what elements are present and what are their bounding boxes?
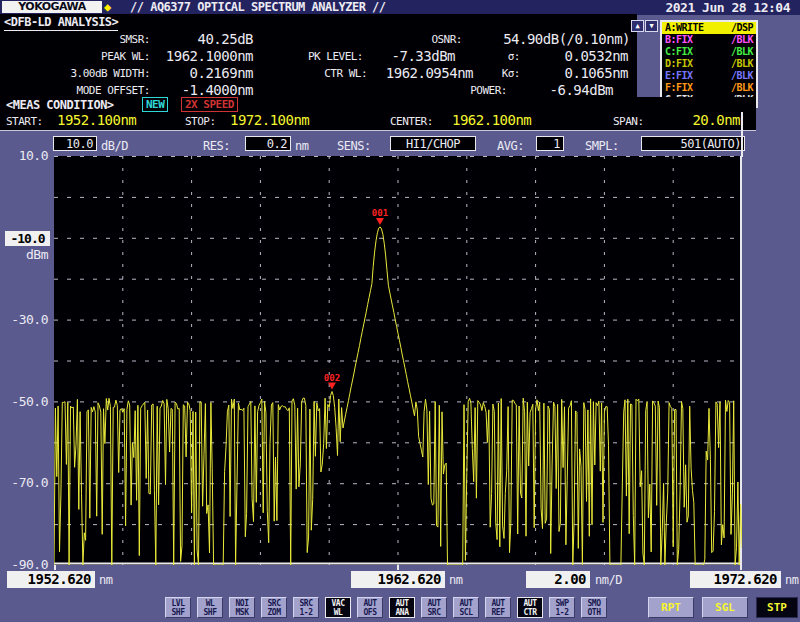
- spectrum-plot[interactable]: 001002: [54, 156, 742, 565]
- width-3db-label: 3.00dB WIDTH:: [0, 66, 150, 81]
- brand-logo: YOKOGAWA: [2, 1, 102, 13]
- svg-text:002: 002: [324, 373, 340, 383]
- softkey-smo-oth[interactable]: SMOOTH: [581, 597, 607, 618]
- softkey-aut-ref[interactable]: AUTREF: [485, 597, 511, 618]
- trace-label: D:FIX: [665, 58, 693, 70]
- mode-offset-label: MODE OFFSET:: [0, 83, 150, 98]
- title-bar: YOKOGAWA ◆ // AQ6377 OPTICAL SPECTRUM AN…: [0, 0, 800, 15]
- sens-field[interactable]: HI1/CHOP: [390, 136, 476, 151]
- trace-label: C:FIX: [665, 46, 693, 58]
- softkey-aut-ctr[interactable]: AUTCTR: [517, 597, 543, 618]
- analysis-mode-title: <DFB-LD ANALYSIS>: [4, 15, 118, 31]
- clock: 2021 Jun 28 12:04: [665, 1, 790, 15]
- y-axis-label: -70.0: [4, 476, 48, 489]
- smpl-label: SMPL:: [585, 139, 619, 153]
- ctr-wl-value: 1962.0954nm: [369, 66, 473, 81]
- x-right-unit: nm: [785, 573, 798, 587]
- level-scale-unit: dB/D: [101, 139, 128, 153]
- y-axis-top-label: 10.0: [4, 149, 48, 162]
- pk-level-label: PK LEVEL:: [273, 49, 363, 64]
- peak-wl-value: 1962.1000nm: [150, 49, 253, 64]
- x-tick-center: [397, 565, 399, 570]
- power-value: -6.94dBm: [513, 83, 613, 98]
- smsr-value: 40.25dB: [150, 32, 253, 47]
- x-left-unit: nm: [99, 573, 112, 587]
- avg-label: AVG:: [497, 139, 524, 153]
- trace-row-e[interactable]: E:FIX/BLK: [662, 70, 756, 82]
- res-field[interactable]: 0.2: [245, 136, 291, 151]
- center-value[interactable]: 1962.100nm: [452, 112, 531, 128]
- trace-down-button[interactable]: ▼: [645, 20, 658, 32]
- softkey-aut-scl[interactable]: AUTSCL: [453, 597, 479, 618]
- right-border-line: [741, 112, 743, 157]
- width-3db-value: 0.2169nm: [150, 66, 253, 81]
- y-axis-unit: dBm: [4, 248, 48, 261]
- x-scale-readout: 2.00: [526, 571, 590, 588]
- stop-value[interactable]: 1972.100nm: [230, 112, 309, 128]
- start-label: START:: [6, 115, 43, 129]
- trace-row-d[interactable]: D:FIX/BLK: [662, 58, 756, 70]
- svg-text:001: 001: [372, 208, 388, 218]
- trace-label: F:FIX: [665, 82, 693, 94]
- y-axis-label: -90.0: [4, 558, 48, 571]
- softkey-vac-wl[interactable]: VACWL: [325, 597, 351, 618]
- analysis-panel: <DFB-LD ANALYSIS> SMSR: 40.25dB PEAK WL:…: [0, 14, 637, 97]
- peak-marker-001: 001: [372, 208, 388, 225]
- trace-up-button[interactable]: ▲: [631, 20, 644, 32]
- speed-badge: 2X SPEED: [181, 97, 238, 112]
- x-tick-left: [54, 565, 56, 570]
- span-label: SPAN:: [613, 115, 644, 129]
- trace-status: /BLK: [731, 82, 753, 94]
- softkey-aut-ofs[interactable]: AUTOFS: [357, 597, 383, 618]
- res-label: RES:: [203, 139, 230, 153]
- start-value[interactable]: 1952.100nm: [57, 112, 136, 128]
- ref-level-box[interactable]: -10.0: [5, 231, 50, 246]
- avg-field[interactable]: 1: [536, 136, 564, 151]
- osnr-value: 54.90dB(/0.10nm): [470, 32, 630, 47]
- trace-legend-panel: A:WRITE /DSP B:FIX/BLKC:FIX/BLKD:FIX/BLK…: [660, 20, 758, 108]
- x-center-readout: 1962.620: [351, 571, 445, 588]
- meas-condition-title: <MEAS CONDITION>: [6, 98, 114, 112]
- single-sweep-button[interactable]: SGL: [702, 597, 748, 618]
- repeat-sweep-button[interactable]: RPT: [648, 597, 694, 618]
- page-title: // AQ6377 OPTICAL SPECTRUM ANALYZER //: [130, 1, 386, 14]
- smpl-field[interactable]: 501(AUTO): [641, 136, 745, 151]
- softkey-src-1-2[interactable]: SRC1-2: [293, 597, 319, 618]
- trace-row-c[interactable]: C:FIX/BLK: [662, 46, 756, 58]
- center-label: CENTER:: [390, 115, 433, 129]
- x-left-readout: 1952.620: [7, 571, 95, 588]
- peak-marker-002: 002: [324, 373, 340, 390]
- trace-label: B:FIX: [665, 34, 693, 46]
- trace-active-label: A:WRITE: [665, 22, 704, 34]
- trace-label: E:FIX: [665, 70, 693, 82]
- smsr-label: SMSR:: [0, 32, 150, 47]
- softkey-swp-1-2[interactable]: SWP1-2: [549, 597, 575, 618]
- x-tick-right: [740, 565, 742, 570]
- stop-sweep-button[interactable]: STP: [756, 597, 798, 618]
- softkey-aut-src[interactable]: AUTSRC: [421, 597, 447, 618]
- trace-status: /BLK: [731, 46, 753, 58]
- x-right-readout: 1972.620: [690, 571, 781, 588]
- span-value[interactable]: 20.0nm: [692, 112, 740, 128]
- level-scale-field[interactable]: 10.0: [53, 136, 97, 151]
- trace-row-f[interactable]: F:FIX/BLK: [662, 82, 756, 94]
- sens-label: SENS:: [337, 139, 371, 153]
- sigma-value: 0.0532nm: [523, 49, 628, 64]
- new-badge: NEW: [142, 97, 168, 112]
- ksigma-label: Kσ:: [480, 66, 520, 81]
- softkey-src-zom[interactable]: SRCZOM: [261, 597, 287, 618]
- softkey-noi-msk[interactable]: NOIMSK: [229, 597, 255, 618]
- spectrum-trace-svg: 001002: [54, 156, 742, 565]
- pk-level-value: -7.33dBm: [365, 49, 455, 64]
- trace-status: /BLK: [731, 58, 753, 70]
- ksigma-value: 0.1065nm: [523, 66, 628, 81]
- softkey-lvl-shf[interactable]: LVLSHF: [165, 597, 191, 618]
- x-scale-unit: nm/D: [595, 573, 622, 587]
- trace-row-active[interactable]: A:WRITE /DSP: [662, 22, 756, 34]
- trace-row-b[interactable]: B:FIX/BLK: [662, 34, 756, 46]
- x-center-unit: nm: [449, 573, 462, 587]
- softkey-aut-ana[interactable]: AUTANA: [389, 597, 415, 618]
- y-axis-label: -30.0: [4, 313, 48, 326]
- stop-label: STOP:: [185, 115, 216, 129]
- softkey-wl-shf[interactable]: WLSHF: [197, 597, 223, 618]
